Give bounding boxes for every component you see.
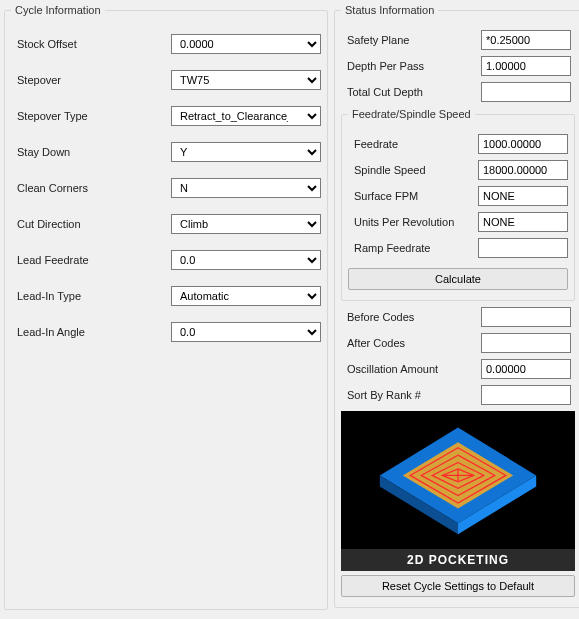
- stepover-label: Stepover: [11, 74, 171, 86]
- stay-down-combo[interactable]: Y: [171, 142, 321, 162]
- oscillation-amount-input[interactable]: [481, 359, 571, 379]
- feedrate-input[interactable]: [478, 134, 568, 154]
- feedrate-spindle-group: Feedrate/Spindle Speed Feedrate Spindle …: [341, 108, 575, 301]
- before-codes-input[interactable]: [481, 307, 571, 327]
- preview-caption: 2D POCKETING: [341, 549, 575, 571]
- lead-in-type-label: Lead-In Type: [11, 290, 171, 302]
- cut-direction-label: Cut Direction: [11, 218, 171, 230]
- stepover-combo[interactable]: TW75: [171, 70, 321, 90]
- total-cut-depth-input[interactable]: [481, 82, 571, 102]
- reset-defaults-button[interactable]: Reset Cycle Settings to Default: [341, 575, 575, 597]
- safety-plane-label: Safety Plane: [341, 34, 481, 46]
- clean-corners-combo[interactable]: N: [171, 178, 321, 198]
- status-information-legend: Status Information: [341, 4, 438, 16]
- feedrate-label: Feedrate: [348, 138, 478, 150]
- surface-fpm-input[interactable]: [478, 186, 568, 206]
- cycle-information-legend: Cycle Information: [11, 4, 105, 16]
- stock-offset-label: Stock Offset: [11, 38, 171, 50]
- lead-feedrate-combo[interactable]: 0.0: [171, 250, 321, 270]
- sort-by-rank-label: Sort By Rank #: [341, 389, 481, 401]
- status-information-group: Status Information Safety Plane Depth Pe…: [334, 4, 579, 608]
- clean-corners-label: Clean Corners: [11, 182, 171, 194]
- cut-direction-combo[interactable]: Climb: [171, 214, 321, 234]
- depth-per-pass-input[interactable]: [481, 56, 571, 76]
- safety-plane-input[interactable]: [481, 30, 571, 50]
- stay-down-label: Stay Down: [11, 146, 171, 158]
- stepover-type-label: Stepover Type: [11, 110, 171, 122]
- lead-in-angle-label: Lead-In Angle: [11, 326, 171, 338]
- total-cut-depth-label: Total Cut Depth: [341, 86, 481, 98]
- surface-fpm-label: Surface FPM: [348, 190, 478, 202]
- lead-in-angle-combo[interactable]: 0.0: [171, 322, 321, 342]
- depth-per-pass-label: Depth Per Pass: [341, 60, 481, 72]
- before-codes-label: Before Codes: [341, 311, 481, 323]
- cycle-information-group: Cycle Information Stock Offset 0.0000 St…: [4, 4, 328, 610]
- lead-in-type-combo[interactable]: Automatic: [171, 286, 321, 306]
- after-codes-input[interactable]: [481, 333, 571, 353]
- pocketing-preview-icon: [341, 411, 575, 549]
- spindle-speed-label: Spindle Speed: [348, 164, 478, 176]
- spindle-speed-input[interactable]: [478, 160, 568, 180]
- stepover-type-combo[interactable]: Retract_to_Clearance_Area: [171, 106, 321, 126]
- after-codes-label: After Codes: [341, 337, 481, 349]
- ramp-feedrate-input[interactable]: [478, 238, 568, 258]
- units-per-rev-label: Units Per Revolution: [348, 216, 478, 228]
- units-per-rev-input[interactable]: [478, 212, 568, 232]
- calculate-button[interactable]: Calculate: [348, 268, 568, 290]
- ramp-feedrate-label: Ramp Feedrate: [348, 242, 478, 254]
- stock-offset-combo[interactable]: 0.0000: [171, 34, 321, 54]
- feedrate-spindle-legend: Feedrate/Spindle Speed: [348, 108, 475, 120]
- lead-feedrate-label: Lead Feedrate: [11, 254, 171, 266]
- sort-by-rank-input[interactable]: [481, 385, 571, 405]
- cycle-preview-image: 2D POCKETING: [341, 411, 575, 571]
- oscillation-amount-label: Oscillation Amount: [341, 363, 481, 375]
